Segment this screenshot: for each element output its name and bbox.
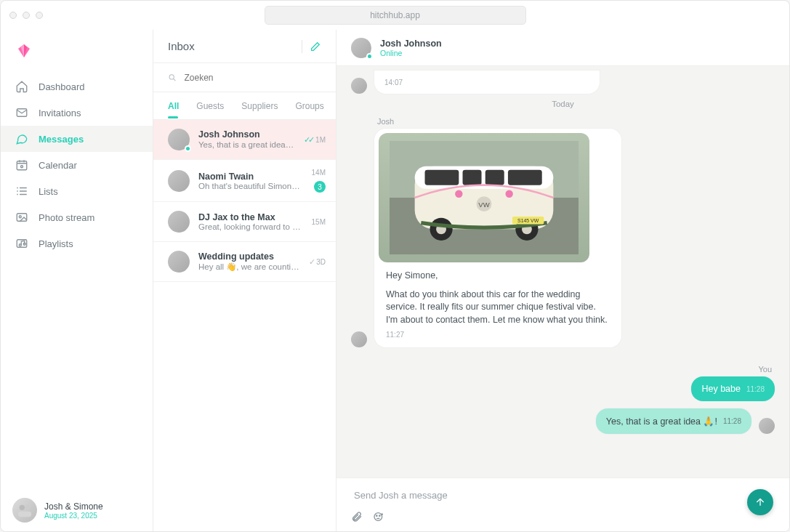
contact-avatar [168,251,190,273]
chat-scroll-area[interactable]: 14:07 Today Josh [336,66,789,477]
message-text: Hey babe [701,384,741,394]
nav-item-dashboard[interactable]: Dashboard [1,73,153,100]
svg-rect-16 [463,170,482,185]
chat-icon [15,132,28,145]
previous-message-row: 14:07 [351,70,775,94]
svg-point-3 [19,216,21,218]
contact-name: Wedding updates [198,251,300,262]
svg-text:S145 VW: S145 VW [517,218,539,223]
message-preview: Yes, that is a great idea 🙏! [198,140,295,150]
svg-point-8 [25,505,30,510]
conversation-time: 14M [312,169,326,177]
tab-groups[interactable]: Groups [295,101,323,111]
main-area: DashboardInvitationsMessagesCalendarList… [1,30,789,531]
sender-avatar [351,331,367,347]
conversation-item[interactable]: Wedding updatesHey all 👋, we are countin… [153,242,336,282]
compose-icon[interactable] [310,41,321,52]
wedding-date: August 23, 2025 [44,512,103,520]
attached-image[interactable]: VW S145 VW [379,133,589,262]
svg-rect-9 [18,512,31,517]
attachment-icon[interactable] [351,511,363,523]
contact-avatar [168,170,190,192]
message-row: VW S145 VW Hey Simone, What do you [351,129,775,347]
svg-point-7 [20,505,25,510]
tab-suppliers[interactable]: Suppliers [241,101,278,111]
svg-point-29 [374,513,382,521]
nav-item-playlists[interactable]: Playlists [1,230,153,257]
message-composer: Send Josh a message [336,477,789,531]
day-separator: Today [351,100,775,108]
nav-item-lists[interactable]: Lists [1,178,153,204]
image-message-bubble: VW S145 VW Hey Simone, What do you [374,129,621,347]
contact-name: Josh Johnson [198,129,295,140]
composer-input[interactable]: Send Josh a message [351,485,775,511]
previous-message-bubble: 14:07 [374,70,600,94]
arrow-up-icon [754,496,766,508]
tab-guests[interactable]: Guests [196,101,224,111]
search-bar[interactable] [153,63,336,92]
emoji-icon[interactable] [373,511,384,523]
message-time: 11:28 [746,385,765,393]
conversation-time: 1M [315,136,326,144]
inbox-header: Inbox [153,30,336,63]
sidebar-footer[interactable]: Josh & Simone August 23, 2025 [1,489,153,531]
heart-gem-icon [15,41,33,59]
you-message-bubble: Hey babe11:28 [691,376,775,401]
svg-point-26 [505,190,512,198]
sender-label: Josh [377,117,775,126]
conversation-item[interactable]: DJ Jax to the MaxGreat, looking forward … [153,202,336,242]
chat-contact-status: Online [380,49,442,57]
title-bar: hitchhub.app [1,1,789,30]
nav-list: DashboardInvitationsMessagesCalendarList… [1,70,153,257]
svg-point-25 [455,190,462,198]
contact-name: DJ Jax to the Max [198,212,303,222]
music-icon [15,237,28,250]
message-row-you: Yes, that is a great idea 🙏!11:28 [351,408,775,434]
nav-item-photo-stream[interactable]: Photo stream [1,204,153,230]
zoom-window-icon[interactable] [36,12,43,19]
contact-avatar [168,211,190,233]
message-preview: Great, looking forward to the pl… [198,222,303,231]
close-window-icon[interactable] [9,12,17,19]
nav-item-messages[interactable]: Messages [1,126,153,152]
message-row-you: Hey babe11:28 [351,376,775,401]
minimize-window-icon[interactable] [23,12,30,19]
conversation-time: 15M [312,218,326,226]
contact-name: Naomi Twain [198,172,303,182]
inbox-title: Inbox [168,40,195,52]
app-logo[interactable] [1,30,153,70]
nav-label: Playlists [39,238,73,249]
search-input[interactable] [185,73,322,83]
conversation-list: Josh JohnsonYes, that is a great idea 🙏!… [153,120,336,531]
nav-label: Photo stream [39,212,94,223]
image-icon [15,211,28,224]
traffic-lights [9,12,43,19]
conversation-item[interactable]: Josh JohnsonYes, that is a great idea 🙏!… [153,120,336,160]
unread-badge: 3 [314,181,326,193]
svg-point-31 [379,515,380,516]
contact-avatar [168,129,190,150]
nav-item-invitations[interactable]: Invitations [1,100,153,126]
chat-header: Josh Johnson Online [336,30,789,66]
conversation-time: 3D [316,258,326,266]
url-bar[interactable]: hitchhub.app [265,6,526,25]
nav-item-calendar[interactable]: Calendar [1,152,153,178]
home-icon [15,80,28,93]
nav-label: Messages [39,134,84,145]
svg-rect-18 [508,170,542,185]
chat-contact-avatar[interactable] [351,38,371,58]
couple-name: Josh & Simone [44,501,103,512]
message-body: What do you think about this car for the… [379,289,617,327]
nav-label: Dashboard [39,81,85,92]
sent-receipt-icon: ✓ [309,257,313,267]
scroll-to-top-button[interactable] [747,489,773,515]
url-text: hitchhub.app [370,10,420,20]
tab-all[interactable]: All [168,101,179,111]
svg-text:VW: VW [478,201,489,209]
nav-label: Lists [39,186,58,197]
conversation-item[interactable]: Naomi TwainOh that's beautiful Simone, …… [153,160,336,202]
vw-bus-illustration: VW S145 VW [390,141,579,254]
compose-area [302,40,321,53]
inbox-panel: Inbox AllGuestsSuppliersGroups Josh John… [153,30,336,531]
message-text: Yes, that is a great idea 🙏! [606,416,717,427]
